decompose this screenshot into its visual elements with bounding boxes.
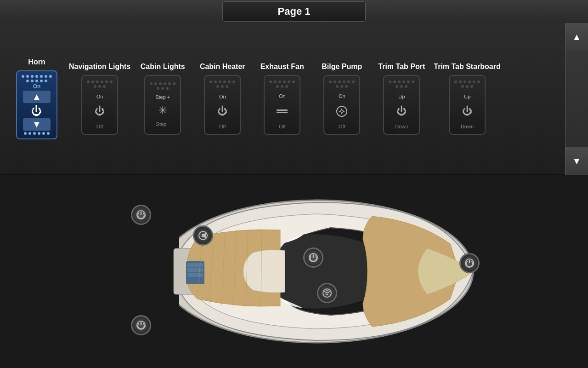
switch-label-navigation-lights: Navigation Lights xyxy=(69,62,130,71)
svg-rect-9 xyxy=(187,273,203,277)
horn-down-arrow[interactable]: ▼ xyxy=(23,118,51,131)
switch-item-trim-tab-port: Trim Tab Port Up ⏻ Down xyxy=(374,62,429,134)
cabin-lights-top-label: Step + xyxy=(155,94,170,100)
scroll-up-button[interactable]: ▲ xyxy=(565,23,588,51)
svg-rect-7 xyxy=(187,263,203,267)
bilge-pump-dots-top xyxy=(328,80,356,88)
switch-item-bilge-pump: Bilge Pump On Off xyxy=(314,62,369,134)
trim-starboard-bottom-label: Down xyxy=(461,124,474,129)
switch-item-horn: Horn On ▲ ⏻ ▼ xyxy=(9,58,64,139)
switch-item-trim-tab-starboard: Trim Tab Starboard Up ⏻ Down xyxy=(434,62,501,134)
page-title-button[interactable]: Page 1 xyxy=(222,1,366,22)
svg-point-22 xyxy=(326,293,328,295)
trim-tab-port-switch[interactable]: Up ⏻ Down xyxy=(383,75,420,135)
boat-music-icon[interactable] xyxy=(193,225,213,246)
switch-item-cabin-heater: Cabin Heater On ⏻ Off xyxy=(195,62,250,134)
switch-label-bilge-pump: Bilge Pump xyxy=(322,62,362,71)
cabin-lights-bottom-label: Step - xyxy=(156,121,170,127)
navigation-lights-switch[interactable]: On ⏻ Off xyxy=(81,75,118,135)
switch-label-exhaust-fan: Exhaust Fan xyxy=(260,62,304,71)
scroll-bar: ▲ ▼ xyxy=(565,23,588,175)
switch-item-cabin-lights: Cabin Lights Step + ✳ Step - xyxy=(135,62,190,134)
cabin-lights-dots-top xyxy=(149,82,176,90)
horn-switch[interactable]: On ▲ ⏻ ▼ xyxy=(16,70,57,139)
svg-rect-0 xyxy=(277,109,288,111)
switch-label-cabin-heater: Cabin Heater xyxy=(200,62,245,71)
bilge-pump-switch[interactable]: On Off xyxy=(323,75,360,135)
boat-power-icon-top-left[interactable] xyxy=(131,205,151,225)
bilge-pump-icon xyxy=(335,105,348,118)
boat-area xyxy=(0,175,588,368)
boat-svg xyxy=(106,193,482,350)
exhaust-fan-switch[interactable]: On Off xyxy=(264,75,300,135)
svg-rect-8 xyxy=(187,268,203,272)
bilge-pump-top-label: On xyxy=(339,93,345,99)
cabin-lights-icon: ✳ xyxy=(158,104,167,117)
svg-point-2 xyxy=(337,106,347,116)
nav-bottom-label: Off xyxy=(96,124,103,129)
nav-dots-top xyxy=(86,80,113,88)
svg-rect-1 xyxy=(277,112,288,113)
trim-port-power-icon: ⏻ xyxy=(396,105,407,117)
cabin-heater-top-label: On xyxy=(219,94,226,99)
top-bar: Page 1 xyxy=(0,0,588,23)
cabin-heater-dots-top xyxy=(209,80,236,88)
nav-top-label: On xyxy=(96,94,103,99)
cabin-heater-switch[interactable]: On ⏻ Off xyxy=(204,75,241,135)
trim-tab-starboard-switch[interactable]: Up ⏻ Down xyxy=(449,75,486,135)
cabin-heater-bottom-label: Off xyxy=(219,124,226,129)
trim-port-bottom-label: Down xyxy=(395,124,408,129)
control-panel: Horn On ▲ ⏻ ▼ Navigation Light xyxy=(0,23,588,175)
horn-up-arrow[interactable]: ▲ xyxy=(23,91,51,103)
horn-on-label: On xyxy=(33,83,41,90)
horn-power-icon: ⏻ xyxy=(31,104,42,117)
trim-starboard-dots-top xyxy=(453,80,481,88)
switch-label-trim-tab-starboard: Trim Tab Starboard xyxy=(434,62,501,71)
cabin-heater-power-icon: ⏻ xyxy=(217,105,227,117)
horn-dots-top xyxy=(21,75,53,82)
switch-label-cabin-lights: Cabin Lights xyxy=(141,62,185,71)
horn-dots-bottom xyxy=(21,132,53,135)
trim-port-dots-top xyxy=(388,80,415,88)
boat-power-icon-right[interactable] xyxy=(459,253,480,273)
exhaust-fan-dots-top xyxy=(268,80,296,88)
nav-power-icon: ⏻ xyxy=(95,105,105,117)
scroll-down-button[interactable]: ▼ xyxy=(565,147,588,175)
switch-item-navigation-lights: Navigation Lights On ⏻ Off xyxy=(69,62,130,134)
bilge-pump-bottom-label: Off xyxy=(339,124,345,129)
switch-label-trim-tab-port: Trim Tab Port xyxy=(378,62,425,71)
exhaust-fan-icon xyxy=(276,105,288,118)
boat-wifi-icon[interactable] xyxy=(317,283,337,303)
svg-point-21 xyxy=(323,289,331,297)
boat-power-icon-bottom-left[interactable] xyxy=(131,315,151,335)
boat-container xyxy=(106,193,482,350)
boat-power-icon-middle-left[interactable] xyxy=(303,247,323,268)
switch-label-horn: Horn xyxy=(28,58,45,66)
trim-starboard-power-icon: ⏻ xyxy=(462,105,472,117)
switch-item-exhaust-fan: Exhaust Fan On Off xyxy=(254,62,310,134)
trim-starboard-top-label: Up xyxy=(464,94,470,99)
exhaust-fan-bottom-label: Off xyxy=(279,124,285,129)
exhaust-fan-top-label: On xyxy=(279,93,286,99)
cabin-lights-switch[interactable]: Step + ✳ Step - xyxy=(144,75,181,135)
switches-container: Horn On ▲ ⏻ ▼ Navigation Light xyxy=(5,53,583,144)
trim-port-top-label: Up xyxy=(398,94,405,99)
